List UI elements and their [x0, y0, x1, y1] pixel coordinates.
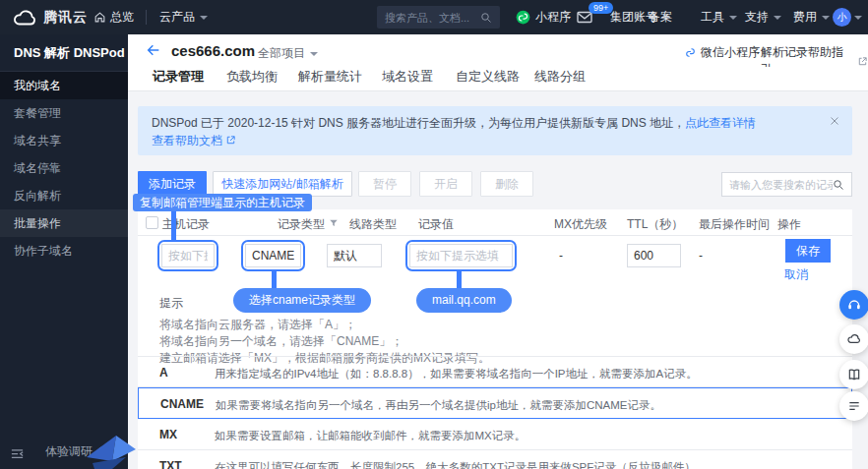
nav-support[interactable]: 支持 — [745, 0, 781, 34]
banner-text: DNSPod 已于 2020-12-15 针对 DNS 服务器地址进行全面升级，… — [152, 116, 685, 130]
close-icon[interactable] — [829, 115, 840, 127]
external-link-icon — [857, 56, 868, 67]
sidebar-item-batch-operations[interactable]: 批量操作 — [0, 209, 128, 237]
origami-graphic — [83, 432, 138, 469]
banner-detail-link[interactable]: 点此查看详情 — [685, 116, 756, 130]
page-title: ces666.com — [171, 42, 255, 59]
topbar: 腾讯云 总览 云产品 小程序 99+ 集团账号 备案 工具 — [0, 0, 868, 34]
tab-load-balancing[interactable]: 负载均衡 — [226, 67, 278, 90]
ttl-input[interactable]: 600 — [627, 244, 681, 267]
book-icon — [846, 367, 862, 382]
divider — [146, 10, 147, 25]
nav-miniprogram[interactable]: 小程序 — [516, 0, 571, 34]
search-icon[interactable] — [480, 12, 492, 24]
type-select-callout — [241, 240, 305, 271]
feedback-button[interactable] — [839, 391, 868, 421]
miniprogram-link-icon — [684, 46, 697, 59]
banner-doc-link[interactable]: 查看帮助文档 — [152, 134, 222, 147]
sidebar-item-package-management[interactable]: 套餐管理 — [0, 99, 128, 127]
docs-button[interactable] — [839, 360, 868, 389]
sidebar-item-my-domains[interactable]: 我的域名 — [0, 72, 128, 99]
feedback-icon — [846, 398, 862, 414]
select-all-checkbox[interactable] — [146, 216, 158, 229]
cancel-link[interactable]: 取消 — [784, 266, 808, 283]
search-icon[interactable] — [833, 179, 844, 191]
col-updated: 最后操作时间 — [699, 216, 770, 233]
sidebar-item-domain-parking[interactable]: 域名停靠 — [0, 154, 128, 182]
chevron-down-icon — [822, 16, 830, 20]
callout-line — [272, 271, 277, 288]
col-line: 线路类型 — [349, 216, 397, 233]
record-type-select[interactable] — [245, 244, 301, 267]
type-row-cname: CNAME 如果需要将域名指向另一个域名，再由另一个域名提供ip地址，就需要添加… — [138, 387, 852, 419]
nav-overview[interactable]: 总览 — [93, 0, 134, 34]
chevron-down-icon — [310, 52, 318, 56]
record-value-input[interactable] — [409, 244, 513, 267]
sidebar-title: DNS 解析 DNSPod — [0, 34, 128, 72]
support-chat-button[interactable] — [839, 290, 868, 320]
avatar-menu[interactable] — [854, 0, 862, 34]
home-icon — [93, 11, 106, 24]
tab-domain-settings[interactable]: 域名设置 — [382, 67, 433, 90]
pause-button[interactable]: 暂停 — [358, 171, 411, 197]
type-row-a: A 用来指定域名的IPv4地址（如：8.8.8.8），如果需要将域名指向一个IP… — [138, 356, 852, 387]
main-content: ces666.com 全部项目 微信小程序 解析记录帮助指引 记录管理 负载均衡… — [128, 34, 868, 469]
tab-record-management[interactable]: 记录管理 — [153, 67, 204, 90]
col-value: 记录值 — [418, 216, 454, 233]
topbar-search-input[interactable] — [385, 12, 480, 24]
chevron-down-icon — [200, 16, 208, 20]
save-button[interactable]: 保存 — [785, 239, 831, 263]
record-search[interactable] — [721, 172, 852, 197]
host-callout-tooltip: 复制邮箱管理端显示的主机记录 — [133, 194, 312, 211]
records-card: 主机记录 记录类型 线路类型 记录值 MX优先级 TTL（秒） 最后操作时间 操… — [138, 209, 852, 469]
notice-banner: DNSPod 已于 2020-12-15 针对 DNS 服务器地址进行全面升级，… — [138, 106, 852, 155]
updated-value: - — [699, 249, 703, 263]
col-mx: MX优先级 — [554, 216, 607, 233]
collapse-sidebar-icon[interactable] — [10, 447, 25, 460]
topbar-search[interactable] — [377, 6, 500, 29]
host-input[interactable] — [161, 244, 215, 267]
brand-text: 腾讯云 — [43, 9, 88, 27]
sidebar-footer: 体验调研 — [0, 436, 128, 469]
miniprogram-icon — [516, 10, 530, 25]
avatar[interactable]: 小 — [833, 8, 851, 27]
record-type-list: A 用来指定域名的IPv4地址（如：8.8.8.8），如果需要将域名指向一个IP… — [138, 356, 852, 469]
tab-custom-lines[interactable]: 自定义线路 — [456, 67, 520, 90]
sidebar-item-domain-sharing[interactable]: 域名共享 — [0, 127, 128, 154]
record-search-input[interactable] — [729, 179, 833, 191]
sidebar-item-reverse-dns[interactable]: 反向解析 — [0, 182, 128, 209]
type-callout-tooltip: 选择cname记录类型 — [233, 288, 371, 313]
filter-icon[interactable] — [329, 218, 339, 228]
delete-button[interactable]: 删除 — [480, 171, 533, 197]
table-header: 主机记录 记录类型 线路类型 记录值 MX优先级 TTL（秒） 最后操作时间 操… — [138, 209, 852, 236]
tab-resolution-stats[interactable]: 解析量统计 — [298, 67, 362, 90]
nav-beian[interactable]: 备案 — [649, 0, 672, 34]
cloud-logo-icon — [12, 8, 37, 28]
headset-icon — [846, 297, 862, 313]
project-selector[interactable]: 全部项目 — [258, 45, 318, 62]
external-link-icon — [225, 135, 236, 146]
nav-billing[interactable]: 费用 — [793, 0, 830, 34]
nav-products[interactable]: 云产品 — [159, 0, 208, 34]
tencent-cloud-logo[interactable]: 腾讯云 — [12, 0, 88, 34]
line-type-select[interactable]: 默认 — [327, 244, 382, 267]
cloud-icon — [846, 331, 862, 347]
mx-value: - — [559, 249, 563, 263]
sidebar-item-sub-domain-collaboration[interactable]: 协作子域名 — [0, 237, 128, 264]
cloud-assistant-button[interactable] — [839, 324, 868, 354]
chevron-down-icon — [854, 16, 862, 20]
domain-header: ces666.com 全部项目 微信小程序 解析记录帮助指引 — [128, 34, 868, 67]
back-arrow-icon[interactable] — [146, 42, 161, 58]
tab-line-groups[interactable]: 线路分组 — [534, 67, 586, 90]
callout-line — [457, 271, 462, 288]
chevron-down-icon — [729, 16, 737, 20]
enable-button[interactable]: 开启 — [419, 171, 472, 197]
type-row-mx: MX 如果需要设置邮箱，让邮箱能收到邮件，就需要添加MX记录。 — [138, 419, 852, 450]
tab-bar: 记录管理 负载均衡 解析量统计 域名设置 自定义线路 线路分组 — [128, 67, 868, 91]
host-input-callout — [157, 240, 218, 271]
col-actions: 操作 — [777, 216, 801, 233]
wechat-miniprogram-link[interactable]: 微信小程序 — [684, 44, 760, 61]
col-host: 主机记录 — [162, 216, 210, 233]
nav-tools[interactable]: 工具 — [701, 0, 737, 34]
col-ttl: TTL（秒） — [627, 216, 683, 233]
